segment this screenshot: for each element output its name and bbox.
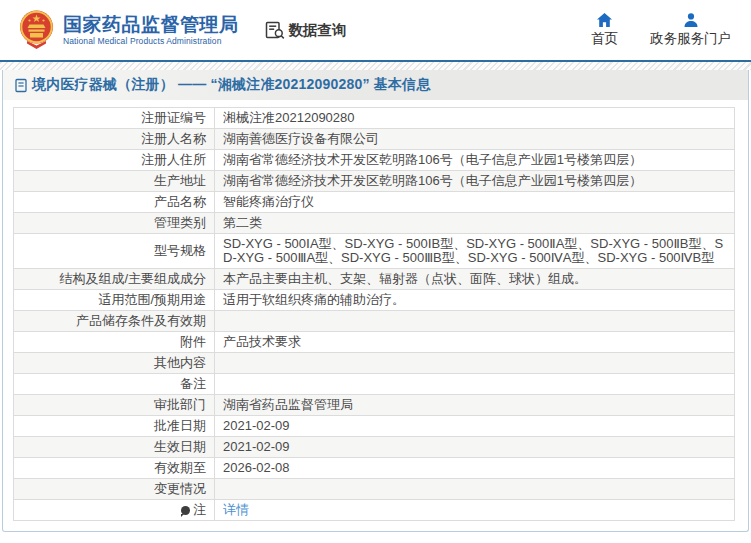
row-label: 注册人住所	[14, 150, 215, 171]
table-row: 注册人住所湖南省常德经济技术开发区乾明路106号（电子信息产业园1号楼第四层）	[14, 150, 735, 171]
row-value: 湖南省药品监督管理局	[215, 395, 735, 416]
row-label: 附件	[14, 332, 215, 353]
row-value	[215, 479, 735, 500]
table-row: 产品储存条件及有效期	[14, 311, 735, 332]
nav-gov-portal[interactable]: 政务服务门户	[650, 13, 731, 48]
agency-names: 国家药品监督管理局 National Medical Products Admi…	[63, 14, 239, 47]
row-label: 注册证编号	[14, 108, 215, 129]
row-value: 智能疼痛治疗仪	[215, 192, 735, 213]
row-label: 审批部门	[14, 395, 215, 416]
table-row: 产品名称智能疼痛治疗仪	[14, 192, 735, 213]
row-value: 产品技术要求	[215, 332, 735, 353]
row-label: 生产地址	[14, 171, 215, 192]
home-icon	[597, 13, 612, 27]
row-label: 备注	[14, 374, 215, 395]
table-row: 有效期至2026-02-08	[14, 458, 735, 479]
nav-home-label: 首页	[591, 30, 618, 48]
row-value: 湖南省常德经济技术开发区乾明路106号（电子信息产业园1号楼第四层）	[215, 150, 735, 171]
row-label: 生效日期	[14, 437, 215, 458]
row-label: 有效期至	[14, 458, 215, 479]
row-value: SD-XYG - 500ⅠA型、SD-XYG - 500ⅠB型、SD-XYG -…	[215, 234, 735, 269]
hatch-pattern-band	[0, 62, 751, 70]
page-title: 境内医疗器械（注册） —— “湘械注准20212090280” 基本信息	[32, 76, 431, 94]
data-query-tab[interactable]: 数据查询	[265, 21, 347, 40]
table-row: 管理类别第二类	[14, 213, 735, 234]
person-icon	[684, 13, 698, 27]
nav-home[interactable]: 首页	[591, 13, 618, 48]
row-label: 适用范围/预期用途	[14, 290, 215, 311]
agency-name-cn: 国家药品监督管理局	[63, 14, 239, 36]
agency-logo[interactable]: 国家药品监督管理局 National Medical Products Admi…	[18, 6, 239, 54]
breadcrumb: 境内医疗器械（注册） —— “湘械注准20212090280” 基本信息	[3, 70, 748, 100]
registration-info-table: 注册证编号湘械注准20212090280注册人名称湖南善德医疗设备有限公司注册人…	[13, 107, 735, 521]
row-label: 管理类别	[14, 213, 215, 234]
row-label: 型号规格	[14, 234, 215, 269]
row-value: 湖南省常德经济技术开发区乾明路106号（电子信息产业园1号楼第四层）	[215, 171, 735, 192]
document-search-icon	[265, 21, 285, 40]
row-value: 详情	[215, 500, 735, 521]
detail-link[interactable]: 详情	[223, 502, 249, 517]
table-row: 其他内容	[14, 353, 735, 374]
row-value: 2021-02-09	[215, 437, 735, 458]
row-value: 湘械注准20212090280	[215, 108, 735, 129]
note-balloon-icon	[181, 506, 190, 515]
row-label: 变更情况	[14, 479, 215, 500]
table-row: 结构及组成/主要组成成分本产品主要由主机、支架、辐射器（点状、面阵、球状）组成。	[14, 269, 735, 290]
info-table-body: 注册证编号湘械注准20212090280注册人名称湖南善德医疗设备有限公司注册人…	[14, 108, 735, 521]
row-label: 注	[14, 500, 215, 521]
header-nav: 首页 政务服务门户	[591, 13, 731, 48]
national-emblem-icon	[18, 8, 55, 54]
row-value	[215, 311, 735, 332]
table-row: 生产地址湖南省常德经济技术开发区乾明路106号（电子信息产业园1号楼第四层）	[14, 171, 735, 192]
row-label: 结构及组成/主要组成成分	[14, 269, 215, 290]
row-value: 湖南善德医疗设备有限公司	[215, 129, 735, 150]
table-row: 型号规格SD-XYG - 500ⅠA型、SD-XYG - 500ⅠB型、SD-X…	[14, 234, 735, 269]
row-label: 注册人名称	[14, 129, 215, 150]
agency-name-en: National Medical Products Administration	[63, 36, 239, 47]
row-value: 适用于软组织疼痛的辅助治疗。	[215, 290, 735, 311]
row-label: 产品名称	[14, 192, 215, 213]
page-doc-icon	[15, 78, 27, 93]
row-value	[215, 374, 735, 395]
table-row: 附件产品技术要求	[14, 332, 735, 353]
table-row: 注详情	[14, 500, 735, 521]
table-row: 批准日期2021-02-09	[14, 416, 735, 437]
table-row: 注册人名称湖南善德医疗设备有限公司	[14, 129, 735, 150]
row-value: 2021-02-09	[215, 416, 735, 437]
row-label: 其他内容	[14, 353, 215, 374]
top-header: 国家药品监督管理局 National Medical Products Admi…	[0, 0, 751, 60]
row-label: 批准日期	[14, 416, 215, 437]
table-row: 变更情况	[14, 479, 735, 500]
row-label: 产品储存条件及有效期	[14, 311, 215, 332]
row-value: 第二类	[215, 213, 735, 234]
table-row: 注册证编号湘械注准20212090280	[14, 108, 735, 129]
row-value: 2026-02-08	[215, 458, 735, 479]
table-row: 备注	[14, 374, 735, 395]
registration-info-table-wrap: 注册证编号湘械注准20212090280注册人名称湖南善德医疗设备有限公司注册人…	[13, 107, 735, 521]
row-value: 本产品主要由主机、支架、辐射器（点状、面阵、球状）组成。	[215, 269, 735, 290]
row-value	[215, 353, 735, 374]
main-panel: 境内医疗器械（注册） —— “湘械注准20212090280” 基本信息 注册证…	[2, 70, 749, 532]
table-row: 生效日期2021-02-09	[14, 437, 735, 458]
table-row: 适用范围/预期用途适用于软组织疼痛的辅助治疗。	[14, 290, 735, 311]
nav-portal-label: 政务服务门户	[650, 30, 731, 48]
table-row: 审批部门湖南省药品监督管理局	[14, 395, 735, 416]
data-query-label: 数据查询	[289, 21, 347, 40]
